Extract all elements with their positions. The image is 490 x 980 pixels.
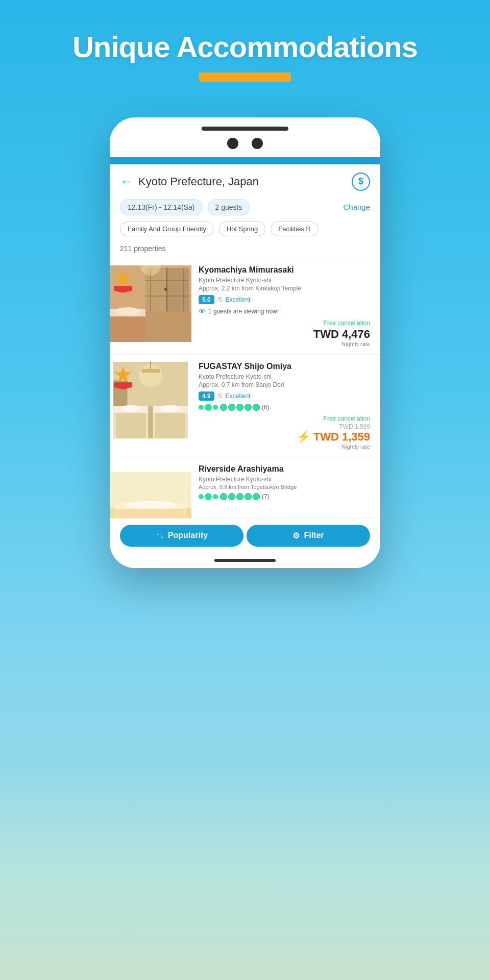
camera-right (252, 138, 263, 149)
title-underline (199, 72, 291, 82)
rating-row-2: 4.9 /5 Excellent (199, 391, 370, 401)
ta-star-3 (236, 404, 243, 411)
rating-label-2: Excellent (226, 393, 251, 400)
filter-chip-family[interactable]: Family And Group Friendly (120, 222, 214, 236)
ta-review-count-2: (6) (262, 404, 270, 411)
svg-point-9 (164, 288, 167, 291)
original-price-2: TWD 1,599 (339, 423, 370, 430)
card-distance-1: Approx. 2.2 km from Kinkakuji Temple (199, 285, 370, 292)
nav-location: Kyoto Prefecture, Japan (138, 175, 352, 188)
svg-point-14 (115, 307, 140, 315)
filter-label: Filter (304, 531, 324, 540)
free-cancel-1: Free cancellation (324, 320, 370, 327)
svg-rect-26 (155, 413, 185, 438)
phone-cameras (227, 138, 263, 149)
rating-score-2: 4.9 (199, 391, 214, 401)
viewing-text-1: 1 guests are viewing now! (208, 308, 279, 315)
svg-rect-36 (117, 509, 184, 518)
viewing-row-1: 👁 1 guests are viewing now! (199, 307, 370, 315)
ta-right-eye (213, 405, 218, 410)
svg-rect-29 (141, 369, 160, 372)
card-bottom-1: Free cancellation TWD 4,476 Nightly rate (199, 320, 370, 347)
tripadvisor-row-2: (6) (199, 404, 370, 411)
app-nav: ← Kyoto Prefecture, Japan $ (110, 164, 380, 199)
property-card-1[interactable]: Kyomachiya Mimurasaki Kyoto Prefecture K… (110, 258, 380, 354)
property-image-3 (110, 464, 191, 518)
currency-button[interactable]: $ (352, 173, 370, 191)
card-bottom-2: Free cancellation TWD 1,599 ⚡ TWD 1,359 … (199, 415, 370, 450)
camera-left (227, 138, 238, 149)
phone-notch (202, 127, 288, 131)
property-card-3[interactable]: Riverside Arashiyama Kyoto Prefecture Ky… (110, 457, 380, 518)
app-content: ← Kyoto Prefecture, Japan $ 12.13(Fr) - … (110, 157, 380, 553)
tripadvisor-logo-2 (199, 404, 218, 411)
ta-review-count-3: (7) (262, 493, 270, 500)
filter-chip-facilities[interactable]: Facilities R (271, 222, 318, 236)
filter-chip-hotspring[interactable]: Hot Spring (219, 222, 265, 236)
lightning-icon: ⚡ (297, 430, 310, 443)
ta-star-4 (244, 404, 252, 411)
award-star-1 (114, 270, 132, 288)
card-location-1: Kyoto Prefecture Kyoto-shi (199, 277, 370, 284)
ta-left-eye-3 (199, 494, 204, 499)
ta-star-3-5 (253, 493, 260, 500)
filters-row: Family And Group Friendly Hot Spring Fac… (110, 222, 380, 242)
svg-point-24 (160, 405, 180, 411)
page-title: Unique Accommodations (0, 31, 490, 63)
bottom-nav: ↑↓ Popularity ⚙ Filter (110, 518, 380, 553)
phone-frame: ← Kyoto Prefecture, Japan $ 12.13(Fr) - … (110, 117, 380, 568)
eye-icon-1: 👁 (199, 307, 206, 315)
nightly-rate-1: Nightly rate (341, 341, 370, 347)
ta-right-eye-3 (213, 494, 218, 499)
card-info-2: FUGASTAY Shijo Omiya Kyoto Prefecture Ky… (191, 362, 370, 450)
award-ribbon-2 (114, 382, 132, 389)
date-range-badge[interactable]: 12.13(Fr) - 12.14(Sa) (120, 199, 203, 215)
ta-stars-3 (220, 493, 260, 500)
ta-star-5 (253, 404, 260, 411)
free-cancel-2: Free cancellation (324, 415, 370, 422)
rating-label-1: Excellent (226, 296, 251, 303)
property-card-2[interactable]: FUGASTAY Shijo Omiya Kyoto Prefecture Ky… (110, 354, 380, 457)
card-distance-3: Approx. 0.8 km from Togetsukyo Bridge (199, 484, 370, 490)
ta-star-3-3 (236, 493, 243, 500)
svg-point-35 (125, 501, 176, 509)
ta-body (205, 404, 212, 411)
back-button[interactable]: ← (120, 174, 133, 189)
ta-star-3-1 (220, 493, 227, 500)
ta-body-3 (205, 493, 212, 500)
card-info-1: Kyomachiya Mimurasaki Kyoto Prefecture K… (191, 265, 370, 347)
filter-icon: ⚙ (292, 531, 300, 541)
guests-badge[interactable]: 2 guests (208, 199, 250, 215)
award-star-2 (114, 366, 132, 384)
card-location-3: Kyoto Prefecture Kyoto-shi (199, 476, 370, 483)
ta-star-3-2 (228, 493, 235, 500)
app-header-bar (110, 157, 380, 164)
award-badge-1 (114, 270, 132, 292)
rating-max-2: /5 (217, 393, 223, 400)
card-location-2: Kyoto Prefecture Kyoto-shi (199, 373, 370, 380)
sort-button[interactable]: ↑↓ Popularity (120, 525, 243, 547)
svg-rect-27 (148, 406, 153, 438)
award-ribbon-1 (114, 286, 132, 293)
properties-count: 211 properties (110, 242, 380, 258)
rating-row-1: 5.0 /5 Excellent (199, 295, 370, 304)
change-button[interactable]: Change (343, 203, 370, 211)
svg-rect-25 (116, 413, 146, 438)
ta-left-eye (199, 405, 204, 410)
card-name-2: FUGASTAY Shijo Omiya (199, 362, 370, 371)
page-header: Unique Accommodations (0, 0, 490, 102)
home-indicator (214, 559, 276, 562)
award-badge-2 (114, 366, 132, 388)
tripadvisor-logo-3 (199, 493, 218, 500)
sort-label: Popularity (168, 531, 208, 540)
sort-icon: ↑↓ (156, 531, 164, 540)
svg-rect-13 (110, 316, 145, 342)
tripadvisor-row-3: (7) (199, 493, 370, 500)
card-distance-2: Approx. 0.7 km from Sanjo Dori (199, 381, 370, 388)
price-main-2: ⚡ TWD 1,359 (297, 430, 370, 444)
card-info-3: Riverside Arashiyama Kyoto Prefecture Ky… (191, 464, 370, 511)
ta-star-1 (220, 404, 227, 411)
phone-bottom-bar (110, 553, 380, 568)
filter-button[interactable]: ⚙ Filter (247, 525, 370, 547)
phone-top-bar (110, 117, 380, 157)
